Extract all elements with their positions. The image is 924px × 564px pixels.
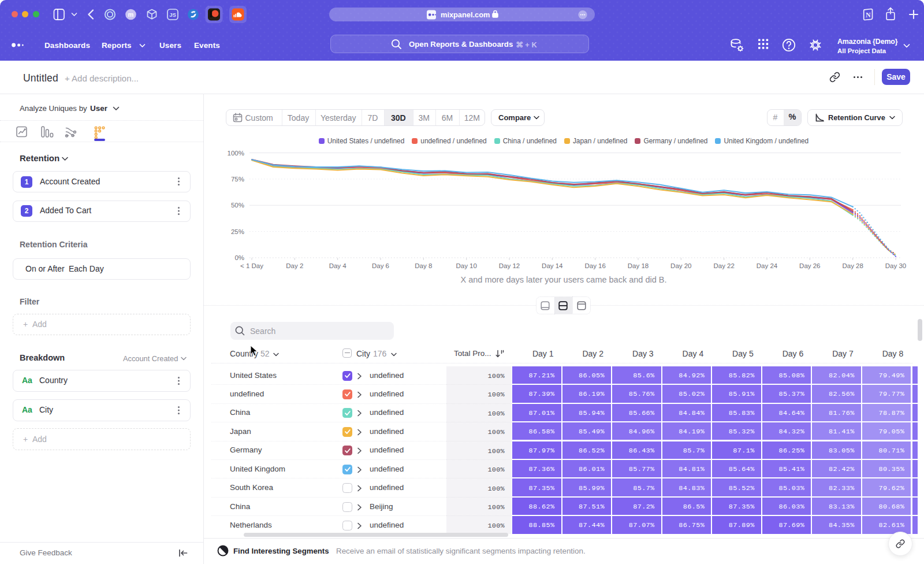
svg-text:100%: 100% <box>228 150 244 157</box>
svg-text:Day 12: Day 12 <box>499 262 520 269</box>
svg-text:Day 24: Day 24 <box>757 262 778 269</box>
svg-text:Day 20: Day 20 <box>670 262 691 269</box>
svg-text:75%: 75% <box>231 176 244 183</box>
svg-text:Day 18: Day 18 <box>628 262 649 269</box>
svg-text:Day 4: Day 4 <box>329 262 347 269</box>
svg-text:Day 28: Day 28 <box>842 262 863 269</box>
svg-text:Day 16: Day 16 <box>584 262 605 269</box>
svg-text:Day 22: Day 22 <box>713 262 734 269</box>
svg-text:< 1 Day: < 1 Day <box>240 262 263 269</box>
svg-text:50%: 50% <box>231 202 244 209</box>
svg-text:0%: 0% <box>234 254 244 261</box>
svg-text:Day 10: Day 10 <box>456 262 476 269</box>
svg-text:Day 6: Day 6 <box>372 262 389 269</box>
svg-text:Day 14: Day 14 <box>542 262 563 269</box>
svg-text:Day 30: Day 30 <box>885 262 906 269</box>
svg-text:Day 8: Day 8 <box>415 262 432 269</box>
svg-text:Day 2: Day 2 <box>286 262 303 269</box>
svg-text:25%: 25% <box>231 228 244 235</box>
svg-text:Day 26: Day 26 <box>799 262 820 269</box>
